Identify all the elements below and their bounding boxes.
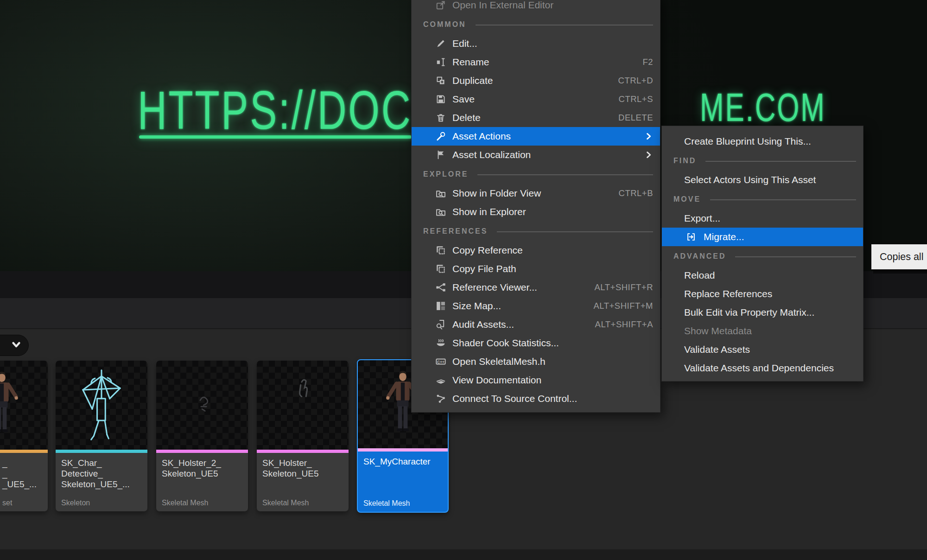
- asset-tile-clipped[interactable]: _ _ _UE5_...set: [0, 361, 48, 511]
- copy-icon: [435, 264, 447, 274]
- menu-item-reference-viewer[interactable]: Reference Viewer...ALT+SHIFT+R: [412, 278, 660, 297]
- menu-item-size-map[interactable]: Size Map...ALT+SHIFT+M: [412, 297, 660, 315]
- asset-name: SK_Char_ Detective_ Skeleton_UE5_...: [56, 453, 147, 490]
- asset-type-label: set: [2, 499, 12, 507]
- asset-type-label: Skeletal Mesh: [363, 499, 410, 508]
- menu-item-label: Validate Assets and Dependencies: [684, 363, 834, 374]
- save-icon: [435, 94, 447, 104]
- menu-item-label: Connect To Source Control...: [452, 393, 577, 404]
- menu-item-view-documentation[interactable]: View Documentation: [412, 371, 660, 389]
- menu-item-open-skeletalmesh-h[interactable]: C++Open SkeletalMesh.h: [412, 352, 660, 371]
- asset-name: SK_Holster_ Skeleton_UE5: [257, 453, 349, 479]
- view-options-button[interactable]: [0, 335, 29, 356]
- menu-item-duplicate[interactable]: DuplicateCTRL+D: [412, 71, 660, 90]
- folder-search-icon: [435, 207, 447, 217]
- section-divider-line: [497, 231, 653, 232]
- menu-item-open-in-external-editor[interactable]: Open In External Editor: [412, 0, 660, 14]
- asset-type-label: Skeletal Mesh: [262, 499, 309, 507]
- rename-icon: [435, 57, 447, 67]
- menu-item-label: Save: [452, 94, 475, 105]
- menu-item-label: View Documentation: [452, 375, 541, 386]
- folder-search-icon: [435, 188, 447, 198]
- shortcut-label: F2: [642, 57, 653, 67]
- status-bar: [0, 549, 927, 560]
- asset-name: SK_MyCharacter: [358, 452, 448, 467]
- asset-type-label: Skeleton: [61, 499, 90, 507]
- menu-section-references: REFERENCES: [412, 221, 660, 241]
- section-divider-line: [477, 174, 653, 175]
- shortcut-label: CTRL+S: [619, 94, 653, 104]
- menu-item-reload[interactable]: Reload: [662, 266, 863, 285]
- neon-url-text-right: ME.COM: [700, 87, 826, 127]
- menu-item-label: Create Blueprint Using This...: [684, 136, 811, 147]
- menu-item-connect-to-source-control[interactable]: Connect To Source Control...: [412, 389, 660, 408]
- open-external-icon: [435, 0, 447, 10]
- asset-type-label: Skeletal Mesh: [162, 499, 209, 507]
- menu-section-label: COMMON: [423, 20, 466, 29]
- asset-actions-submenu: Create Blueprint Using This...FINDSelect…: [661, 126, 864, 382]
- menu-item-select-actors-using-this-asset[interactable]: Select Actors Using This Asset: [662, 171, 863, 189]
- asset-localization-icon: [435, 150, 447, 160]
- shader-cook-icon: [435, 338, 447, 348]
- asset-tile-sk-char[interactable]: SK_Char_ Detective_ Skeleton_UE5_...Skel…: [56, 361, 147, 511]
- documentation-icon: [435, 375, 447, 385]
- menu-item-show-in-explorer[interactable]: Show in Explorer: [412, 203, 660, 221]
- menu-item-delete[interactable]: DeleteDELETE: [412, 108, 660, 127]
- submenu-arrow-icon: [644, 150, 653, 159]
- asset-tile-sk-holster-2[interactable]: SK_Holster_2_ Skeleton_UE5Skeletal Mesh: [156, 361, 248, 511]
- menu-item-label: Replace References: [684, 288, 772, 299]
- menu-item-replace-references[interactable]: Replace References: [662, 285, 863, 303]
- asset-actions-icon: [435, 131, 447, 141]
- menu-item-edit[interactable]: Edit...: [412, 34, 660, 53]
- menu-item-show-in-folder-view[interactable]: Show in Folder ViewCTRL+B: [412, 184, 660, 203]
- menu-item-validate-assets-and-dependencies[interactable]: Validate Assets and Dependencies: [662, 359, 863, 377]
- menu-item-shader-cook-statistics[interactable]: Shader Cook Statistics...: [412, 334, 660, 352]
- menu-item-copy-reference[interactable]: Copy Reference: [412, 241, 660, 260]
- section-divider-line: [710, 199, 856, 200]
- asset-tile-sk-holster[interactable]: SK_Holster_ Skeleton_UE5Skeletal Mesh: [257, 361, 349, 511]
- menu-item-create-blueprint-using-this[interactable]: Create Blueprint Using This...: [662, 132, 863, 151]
- context-menu: Open In External EditorCOMMONEdit...Rena…: [411, 0, 660, 413]
- menu-item-label: Size Map...: [452, 300, 501, 312]
- copy-icon: [435, 245, 447, 255]
- shortcut-label: DELETE: [618, 113, 653, 123]
- shortcut-label: ALT+SHIFT+A: [595, 319, 653, 330]
- menu-item-bulk-edit-via-property-matrix[interactable]: Bulk Edit via Property Matrix...: [662, 303, 863, 322]
- menu-item-label: Edit...: [452, 38, 477, 49]
- menu-section-explore: EXPLORE: [412, 164, 660, 184]
- asset-type-color-bar: [156, 450, 248, 453]
- asset-type-color-bar: [56, 450, 147, 453]
- cpp-header-icon: C++: [435, 356, 447, 367]
- migrate-icon: [685, 232, 697, 242]
- menu-item-label: Show Metadata: [684, 325, 752, 337]
- menu-item-asset-actions[interactable]: Asset Actions: [412, 127, 660, 146]
- menu-item-migrate[interactable]: Migrate...: [662, 228, 863, 246]
- menu-item-label: Duplicate: [452, 75, 493, 86]
- menu-item-label: Asset Actions: [452, 131, 511, 142]
- menu-item-rename[interactable]: RenameF2: [412, 53, 660, 71]
- neon-url-underline: [139, 135, 412, 139]
- menu-item-label: Reload: [684, 270, 715, 281]
- menu-item-label: Rename: [452, 57, 489, 68]
- menu-section-find: FIND: [662, 151, 863, 171]
- menu-item-audit-assets[interactable]: Audit Assets...ALT+SHIFT+A: [412, 315, 660, 334]
- asset-name: SK_Holster_2_ Skeleton_UE5: [156, 453, 248, 479]
- menu-section-label: REFERENCES: [423, 227, 488, 235]
- section-divider-line: [705, 161, 856, 162]
- menu-item-save[interactable]: SaveCTRL+S: [412, 90, 660, 108]
- neon-url-text-left: HTTPS://DOC: [138, 83, 412, 137]
- menu-item-label: Show in Explorer: [452, 206, 526, 217]
- size-map-icon: [435, 301, 447, 311]
- menu-item-copy-file-path[interactable]: Copy File Path: [412, 260, 660, 278]
- svg-text:C++: C++: [437, 360, 444, 364]
- menu-item-label: Audit Assets...: [452, 319, 514, 330]
- menu-item-label: Copy File Path: [452, 263, 516, 274]
- menu-item-show-metadata[interactable]: Show Metadata: [662, 322, 863, 340]
- menu-item-validate-assets[interactable]: Validate Assets: [662, 340, 863, 359]
- menu-item-export[interactable]: Export...: [662, 209, 863, 228]
- menu-item-label: Migrate...: [704, 231, 744, 242]
- menu-item-label: Shader Cook Statistics...: [452, 337, 559, 349]
- shortcut-label: ALT+SHIFT+M: [593, 301, 653, 311]
- menu-item-label: Copy Reference: [452, 245, 523, 256]
- menu-item-asset-localization[interactable]: Asset Localization: [412, 146, 660, 164]
